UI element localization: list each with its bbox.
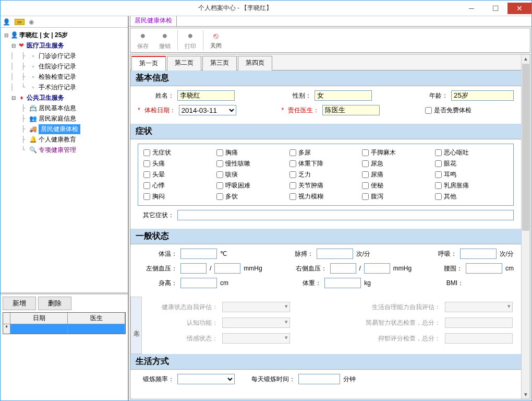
sidebar: 👤 ▭ ◉ ⊟👤李晓红 | 女 | 25岁 ⊟❤医疗卫生服务 │ ├ ▫门诊诊疗…: [1, 16, 129, 400]
symptom-checkbox[interactable]: 乳房胀痛: [435, 181, 508, 190]
symptom-checkbox[interactable]: 眼花: [435, 159, 508, 168]
tree-item[interactable]: │ ├ ▫门诊诊疗记录: [2, 51, 127, 61]
symptom-checkbox[interactable]: 无症状: [143, 148, 216, 157]
close-button[interactable]: ✕: [507, 3, 531, 14]
card-icon[interactable]: ▭: [15, 19, 25, 25]
symptom-checkbox[interactable]: 便秘: [362, 181, 435, 190]
iq-score-input[interactable]: [445, 317, 513, 328]
symptom-checkbox[interactable]: 心悸: [143, 181, 216, 190]
name-label: 姓名：: [138, 91, 174, 100]
exercise-freq-select[interactable]: [177, 374, 235, 384]
grid-col-date: 日期: [10, 313, 68, 324]
tree-item[interactable]: └ 🔍专项健康管理: [2, 145, 127, 155]
finger-icon[interactable]: ◉: [29, 18, 34, 26]
symptom-checkbox[interactable]: 乏力: [289, 170, 362, 179]
rbp-sys-input[interactable]: [330, 263, 356, 274]
symptom-checkbox[interactable]: 关节肿痛: [289, 181, 362, 190]
age-input[interactable]: [451, 90, 514, 101]
tree-item[interactable]: ├ 👥居民家庭信息: [2, 113, 127, 124]
symptom-checkbox[interactable]: 呼吸困难: [216, 181, 289, 190]
sex-input[interactable]: [315, 90, 372, 101]
emotion-select[interactable]: [222, 333, 290, 344]
doctor-input[interactable]: [322, 105, 380, 115]
scroll-up-icon[interactable]: ▲: [522, 54, 530, 63]
tree-item[interactable]: │ ├ ▫住院诊疗记录: [2, 61, 127, 72]
tree-root[interactable]: ⊟👤李晓红 | 女 | 25岁: [2, 30, 127, 40]
symptom-checkbox[interactable]: 多饮: [216, 192, 289, 201]
tab-page-2[interactable]: 第二页: [167, 56, 201, 70]
window-title: 个人档案中心 - 【李晓红】: [11, 4, 460, 13]
tree-public[interactable]: ⊟♦公共卫生服务: [2, 92, 127, 103]
print-button[interactable]: ●打印: [180, 30, 201, 50]
symptom-checkbox[interactable]: 尿痛: [362, 170, 435, 179]
symptom-checkbox[interactable]: 慢性咳嗽: [216, 159, 289, 168]
symptom-checkbox[interactable]: 腹泻: [362, 192, 435, 201]
close-tab-button[interactable]: ⎋关闭: [205, 31, 226, 50]
minimize-button[interactable]: ─: [460, 3, 483, 14]
grid-col-doctor: 医生: [68, 313, 125, 324]
records-grid[interactable]: 日期 医生 *: [3, 312, 126, 334]
scroll-down-icon[interactable]: ▼: [522, 390, 530, 399]
tree-item[interactable]: │ └ ▫手术治疗记录: [2, 82, 127, 92]
temp-input[interactable]: [180, 249, 217, 259]
cognition-select[interactable]: [222, 317, 290, 328]
lbp-dia-input[interactable]: [214, 263, 240, 274]
maximize-button[interactable]: ☐: [483, 3, 507, 14]
symptom-checkbox[interactable]: 咳痰: [216, 170, 289, 179]
print-icon: ●: [188, 30, 194, 41]
symptom-checkbox[interactable]: 头晕: [143, 170, 216, 179]
free-exam-checkbox[interactable]: 是否免费体检: [425, 106, 514, 115]
exam-date-select[interactable]: 2014-03-11: [179, 105, 236, 115]
tree-item[interactable]: ├ 📇居民基本信息: [2, 103, 127, 113]
waist-input[interactable]: [466, 263, 502, 274]
height-input[interactable]: [180, 278, 217, 288]
other-symptom-input[interactable]: [177, 210, 514, 220]
life-eval-label: 生活自理能力自我评估：: [336, 303, 441, 312]
symptom-checkbox[interactable]: 手脚麻木: [362, 148, 435, 157]
symptom-checkbox[interactable]: 体重下降: [289, 159, 362, 168]
save-button[interactable]: ●保存: [132, 30, 153, 50]
person-icon[interactable]: 👤: [3, 18, 10, 26]
symptom-checkbox[interactable]: 多尿: [289, 148, 362, 157]
symptom-checkbox[interactable]: 尿急: [362, 159, 435, 168]
undo-button[interactable]: ●撤销: [154, 30, 175, 50]
toolbar: ●保存 ●撤销 ●打印 ⎋关闭: [130, 28, 530, 53]
save-icon: ●: [140, 30, 146, 41]
rbp-dia-input[interactable]: [364, 263, 390, 274]
weight-input[interactable]: [324, 278, 361, 288]
symptom-checkbox[interactable]: 恶心呕吐: [435, 148, 508, 157]
vertical-scrollbar[interactable]: ▲ ▼: [521, 54, 530, 399]
symptom-checkbox[interactable]: 头痛: [143, 159, 216, 168]
tree-medical[interactable]: ⊟❤医疗卫生服务: [2, 40, 127, 51]
tree-item[interactable]: │ ├ ▫检验检查记录: [2, 72, 127, 82]
symptom-checkbox[interactable]: 耳鸣: [435, 170, 508, 179]
main-tabstrip: 居民健康体检: [129, 16, 531, 27]
daily-exercise-input[interactable]: [298, 374, 340, 384]
pulse-input[interactable]: [317, 249, 353, 259]
life-eval-select[interactable]: [445, 302, 513, 312]
tab-page-3[interactable]: 第三页: [202, 56, 237, 70]
symptom-checkbox[interactable]: 其他: [435, 192, 508, 201]
section-lifestyle: 生活方式: [130, 354, 521, 370]
depression-input[interactable]: [445, 333, 513, 344]
tree-item-selected[interactable]: ├ 🚚居民健康体检: [2, 124, 127, 134]
symptom-checkbox[interactable]: 胸闷: [143, 192, 216, 201]
lbp-sys-input[interactable]: [180, 263, 207, 274]
new-button[interactable]: 新增: [3, 297, 36, 310]
tab-page-4[interactable]: 第四页: [238, 56, 272, 70]
grid-row-new[interactable]: *: [3, 324, 125, 334]
doctor-label: 责任医生：: [288, 106, 319, 115]
breath-input[interactable]: [460, 249, 497, 259]
bmi-label: BMI：: [438, 279, 464, 288]
health-eval-select[interactable]: [222, 302, 290, 312]
tree-item[interactable]: ├ 🔔个人健康教育: [2, 134, 127, 145]
cognition-label: 认知功能：: [150, 319, 218, 327]
scroll-thumb[interactable]: [522, 64, 529, 231]
main-tab[interactable]: 居民健康体检: [130, 16, 177, 26]
tab-page-1[interactable]: 第一页: [131, 56, 166, 70]
symptom-checkbox[interactable]: 视力模糊: [289, 192, 362, 201]
section-general: 一般状态: [130, 229, 521, 244]
name-input[interactable]: [177, 90, 235, 101]
symptom-checkbox[interactable]: 胸痛: [216, 148, 289, 157]
delete-button[interactable]: 删除: [38, 297, 71, 310]
